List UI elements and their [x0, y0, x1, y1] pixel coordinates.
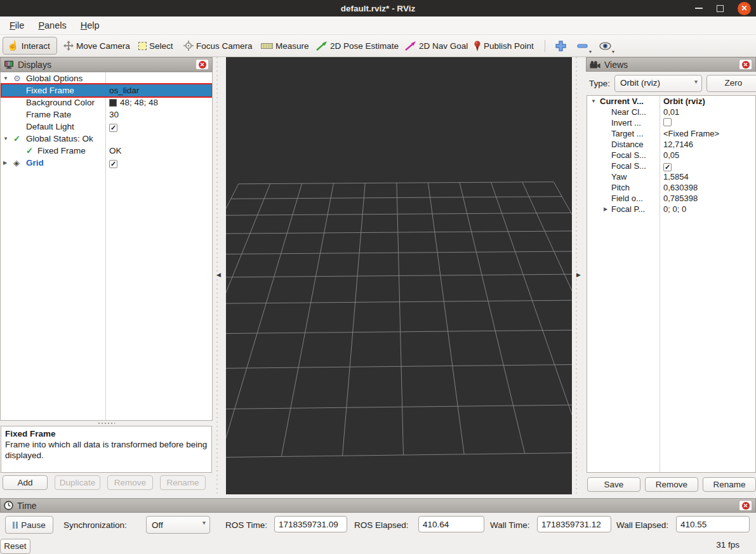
tree-row-focal-s[interactable]: Focal S...0,05: [587, 150, 755, 161]
add-display-button[interactable]: Add: [3, 475, 48, 490]
property-value[interactable]: ✓: [109, 158, 117, 168]
duplicate-display-button[interactable]: Duplicate: [55, 475, 100, 490]
time-panel-header[interactable]: Time ✕: [0, 498, 756, 513]
color-swatch[interactable]: [109, 99, 117, 107]
property-value[interactable]: OK: [109, 145, 122, 157]
tree-row-pitch[interactable]: Pitch0,630398: [587, 182, 755, 193]
tree-row-grid[interactable]: ▶◈Grid✓: [1, 157, 212, 169]
tree-row-background-color[interactable]: Background Color48; 48; 48: [1, 96, 212, 109]
save-view-button[interactable]: Save: [587, 477, 640, 492]
move-camera-tool-button[interactable]: Move Camera: [63, 35, 130, 56]
close-icon: ✕: [199, 61, 206, 69]
visibility-caret-icon[interactable]: ▾: [612, 49, 614, 55]
collapsed-arrow-icon[interactable]: ▶: [604, 204, 607, 214]
tool-visibility-button[interactable]: [599, 35, 611, 56]
tree-row-frame-rate[interactable]: Frame Rate30: [1, 109, 212, 121]
tree-row-yaw[interactable]: Yaw1,5854: [587, 171, 755, 182]
property-value[interactable]: Orbit (rviz): [663, 96, 705, 107]
displays-panel-header[interactable]: Displays ✕: [0, 57, 213, 72]
synchronization-dropdown[interactable]: Off: [146, 516, 210, 534]
property-value[interactable]: ✓: [663, 161, 672, 171]
remove-display-button[interactable]: Remove: [107, 475, 153, 490]
checkbox-unchecked[interactable]: [663, 118, 672, 126]
property-value[interactable]: 12,7146: [663, 139, 693, 150]
measure-tool-button[interactable]: Measure: [261, 35, 309, 56]
property-value[interactable]: 0,785398: [663, 193, 698, 204]
wall-time-field[interactable]: [537, 516, 611, 532]
menu-file[interactable]: File: [3, 18, 31, 33]
expanded-arrow-icon[interactable]: ▼: [3, 72, 8, 84]
zero-button[interactable]: Zero: [706, 75, 756, 92]
checkbox-checked[interactable]: ✓: [109, 160, 117, 168]
property-value[interactable]: 0,630398: [663, 182, 698, 193]
displays-splitter-handle[interactable]: [0, 421, 213, 425]
views-panel-header[interactable]: Views ✕: [586, 57, 756, 72]
view-type-dropdown[interactable]: Orbit (rviz): [614, 75, 702, 92]
tree-row-fixed-frame[interactable]: Fixed Frameos_lidar: [1, 84, 212, 96]
tree-row-global-status-ok[interactable]: ▼✓Global Status: Ok: [1, 133, 212, 145]
move-camera-icon: [63, 41, 74, 51]
pause-icon: [13, 522, 18, 529]
remove-tool-button[interactable]: [577, 35, 588, 56]
displays-close-button[interactable]: ✕: [196, 59, 209, 70]
property-value[interactable]: 0,05: [663, 150, 679, 161]
time-close-button[interactable]: ✕: [739, 500, 752, 511]
checkbox-checked[interactable]: ✓: [109, 124, 117, 132]
tree-row-default-light[interactable]: Default Light✓: [1, 121, 212, 133]
close-window-button[interactable]: ✕: [738, 2, 751, 15]
property-value[interactable]: 1,5854: [663, 171, 689, 182]
property-value[interactable]: 0; 0; 0: [663, 204, 686, 214]
map-pin-icon: [474, 41, 481, 51]
publish-point-tool-button[interactable]: Publish Point: [474, 35, 534, 56]
tree-row-focal-p[interactable]: ▶Focal P...0; 0; 0: [587, 204, 755, 214]
property-value[interactable]: 30: [109, 109, 119, 121]
collapse-right-arrow-icon[interactable]: ▶: [576, 272, 581, 278]
tree-row-distance[interactable]: Distance12,7146: [587, 139, 755, 150]
rename-view-button[interactable]: Rename: [703, 477, 756, 492]
interact-tool-button[interactable]: ☝ Interact: [3, 37, 57, 55]
tree-row-focal-s[interactable]: Focal S...✓: [587, 161, 755, 171]
render-viewport-3d[interactable]: [226, 57, 572, 494]
menu-panels[interactable]: Panels: [31, 18, 73, 33]
remove-tool-caret-icon[interactable]: ▾: [589, 49, 592, 55]
property-value[interactable]: 0,01: [663, 107, 679, 117]
ros-elapsed-field[interactable]: [418, 516, 484, 532]
collapsed-arrow-icon[interactable]: ▶: [3, 157, 7, 169]
property-value[interactable]: os_lidar: [109, 84, 139, 96]
wall-elapsed-field[interactable]: [676, 516, 750, 532]
reset-button[interactable]: Reset: [0, 539, 30, 554]
status-ok-check-icon: ✓: [13, 133, 20, 145]
expanded-arrow-icon[interactable]: ▼: [3, 133, 8, 145]
tree-row-current-v[interactable]: ▼Current V...Orbit (rviz): [587, 96, 755, 107]
select-tool-button[interactable]: Select: [138, 35, 173, 56]
property-value[interactable]: [663, 118, 672, 126]
eye-icon: [599, 42, 611, 50]
tree-row-fixed-frame[interactable]: ✓Fixed FrameOK: [1, 145, 212, 157]
right-splitter[interactable]: ▶: [572, 57, 586, 494]
rename-display-button[interactable]: Rename: [160, 475, 206, 490]
close-icon: ✕: [742, 502, 750, 510]
add-tool-button[interactable]: [555, 35, 566, 56]
nav-goal-tool-button[interactable]: 2D Nav Goal: [405, 35, 468, 56]
focus-camera-tool-button[interactable]: Focus Camera: [183, 35, 253, 56]
tree-row-global-options[interactable]: ▼⚙Global Options: [1, 72, 212, 84]
collapse-left-arrow-icon[interactable]: ◀: [216, 272, 221, 278]
pause-button[interactable]: Pause: [5, 516, 53, 534]
tree-row-field-o[interactable]: Field o...0,785398: [587, 193, 755, 204]
ros-time-field[interactable]: [274, 516, 347, 532]
left-splitter[interactable]: ◀: [213, 57, 226, 494]
tree-row-target[interactable]: Target ...<Fixed Frame>: [587, 128, 755, 139]
menu-help[interactable]: Help: [74, 18, 107, 33]
maximize-button[interactable]: [717, 5, 724, 12]
minimize-button[interactable]: [695, 8, 703, 9]
property-value[interactable]: ✓: [109, 122, 117, 132]
remove-view-button[interactable]: Remove: [645, 477, 698, 492]
property-value[interactable]: <Fixed Frame>: [663, 128, 719, 139]
views-close-button[interactable]: ✕: [739, 59, 752, 70]
checkbox-checked[interactable]: ✓: [663, 163, 672, 171]
expanded-arrow-icon[interactable]: ▼: [591, 96, 596, 107]
tree-row-near-cl[interactable]: Near Cl...0,01: [587, 107, 755, 117]
tree-row-invert[interactable]: Invert ...: [587, 117, 755, 128]
pose-estimate-tool-button[interactable]: 2D Pose Estimate: [316, 35, 399, 56]
property-value[interactable]: 48; 48; 48: [109, 96, 158, 109]
